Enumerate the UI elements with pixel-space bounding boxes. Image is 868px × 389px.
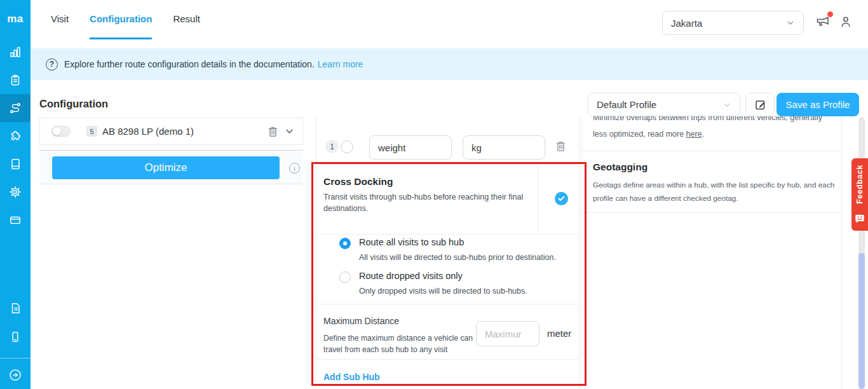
info-circle-icon[interactable]: i <box>289 163 300 174</box>
feedback-label: Feedback <box>855 165 864 204</box>
config-header: Configuration Default Profile Save as Pr… <box>31 81 868 116</box>
tab-visit[interactable]: Visit <box>51 0 69 39</box>
vehicle-row: 5 AB 8298 LP (demo 1) <box>39 118 303 145</box>
gear-icon <box>9 186 22 198</box>
sidebar-item-tasks[interactable] <box>0 66 31 94</box>
check-icon <box>558 196 565 201</box>
overlap-note-period: . <box>702 130 704 139</box>
bar-chart-icon <box>9 46 22 58</box>
right-settings-panel: Minimize overlaps between trips from dif… <box>581 102 842 389</box>
file-text-icon <box>9 302 22 315</box>
divider <box>316 164 579 165</box>
feedback-smiley-icon <box>855 214 864 223</box>
optimize-row: Optimize i <box>39 150 303 184</box>
radio-route-dropped-visits[interactable] <box>339 271 351 283</box>
constraint-unit-input[interactable] <box>463 135 545 160</box>
divider <box>316 359 579 360</box>
chevron-down-icon <box>722 100 731 109</box>
trash-icon[interactable] <box>268 126 278 137</box>
cross-docking-description: Transit visits through sub-hubs before r… <box>323 191 528 214</box>
main-tabs: Visit Configuration Result <box>51 0 200 39</box>
branch-select-value: Jakarta <box>671 18 702 29</box>
app-logo[interactable]: ma <box>0 0 31 38</box>
read-more-here-link[interactable]: here <box>686 130 702 139</box>
maximum-distance-description: Define the maximum distance a vehicle ca… <box>323 332 475 355</box>
banner-text: Explore further route configuration deta… <box>64 59 315 69</box>
announcements-button[interactable] <box>815 13 831 31</box>
sidebar-collapse-button[interactable] <box>0 361 31 389</box>
topbar: Visit Configuration Result Jakarta <box>31 0 868 39</box>
constraint-field-input[interactable] <box>369 135 452 160</box>
toggle-knob <box>53 127 61 135</box>
tab-configuration[interactable]: Configuration <box>90 0 152 39</box>
divider <box>316 304 579 304</box>
smartphone-icon <box>9 331 22 343</box>
scrollbar-thumb[interactable] <box>858 253 865 389</box>
save-as-profile-button[interactable]: Save as Profile <box>776 93 859 116</box>
divider <box>582 212 841 213</box>
sidebar-item-analytics[interactable] <box>0 38 31 66</box>
route-config-panel: 1 Cross Docking Transit visits through s… <box>316 116 580 389</box>
maximum-distance-title: Maximum Distance <box>323 316 399 326</box>
sidebar-divider <box>0 358 31 358</box>
constraint-index-badge: 1 <box>325 140 339 153</box>
profile-select-value: Default Profile <box>597 99 656 110</box>
clipboard-icon <box>9 74 22 86</box>
feedback-tab[interactable]: Feedback <box>851 158 868 231</box>
sidebar-item-settings[interactable] <box>0 178 31 206</box>
distance-unit-label: meter <box>547 328 571 339</box>
book-icon <box>9 158 22 170</box>
radio-label[interactable]: Route dropped visits only <box>359 271 463 281</box>
divider <box>582 151 841 151</box>
sidebar-item-docs[interactable] <box>0 294 31 322</box>
edit-pencil-icon <box>754 99 766 111</box>
branch-select[interactable]: Jakarta <box>662 11 804 35</box>
radio-route-all-visits[interactable] <box>339 238 351 249</box>
trash-icon[interactable] <box>555 140 566 152</box>
question-circle-icon: ? <box>46 58 58 71</box>
profile-select[interactable]: Default Profile <box>588 93 740 116</box>
optimize-button[interactable]: Optimize <box>52 156 280 179</box>
geotagging-description: Geotags define areas within a hub, with … <box>593 179 836 205</box>
vehicle-name: AB 8298 LP (demo 1) <box>102 126 268 137</box>
sidebar-item-route[interactable] <box>0 94 31 122</box>
radio-label[interactable]: Route all visits to sub hub <box>359 237 464 247</box>
arrow-right-circle-icon <box>8 368 22 382</box>
sidebar: ma <box>0 0 31 389</box>
notification-dot <box>827 11 833 17</box>
learn-more-link[interactable]: Learn more <box>318 59 363 69</box>
geotagging-title: Geotagging <box>593 161 648 173</box>
divider <box>316 234 579 235</box>
user-icon <box>839 15 853 29</box>
radio-description: All visits will be directed to sub-hubs … <box>359 253 556 262</box>
cross-docking-title: Cross Docking <box>323 176 393 188</box>
sidebar-item-billing[interactable] <box>0 206 31 234</box>
vehicle-toggle[interactable] <box>51 126 71 137</box>
radio-description: Only dropped visits will be directed to … <box>359 287 527 296</box>
add-sub-hub-link[interactable]: Add Sub Hub <box>323 372 380 382</box>
credit-card-icon <box>9 214 22 226</box>
constraint-checkbox[interactable] <box>341 140 353 153</box>
divider <box>538 165 538 234</box>
puzzle-icon <box>9 130 22 142</box>
sidebar-item-mobile-app[interactable] <box>0 323 31 351</box>
route-icon <box>9 102 22 114</box>
info-banner: ? Explore further route configuration de… <box>31 48 868 80</box>
sidebar-item-addons[interactable] <box>0 122 31 150</box>
chevron-down-icon <box>786 18 795 27</box>
edit-profile-button[interactable] <box>745 93 775 116</box>
sidebar-item-forms[interactable] <box>0 150 31 178</box>
chevron-down-icon[interactable] <box>284 126 295 137</box>
page-title: Configuration <box>39 98 108 110</box>
tab-result[interactable]: Result <box>173 0 200 39</box>
vehicle-count-badge: 5 <box>86 126 97 137</box>
cross-docking-checkbox[interactable] <box>555 192 568 205</box>
account-button[interactable] <box>839 15 853 31</box>
overlap-note-text: Minimize overlaps between trips from dif… <box>593 113 822 139</box>
maximum-distance-input[interactable] <box>476 321 539 346</box>
